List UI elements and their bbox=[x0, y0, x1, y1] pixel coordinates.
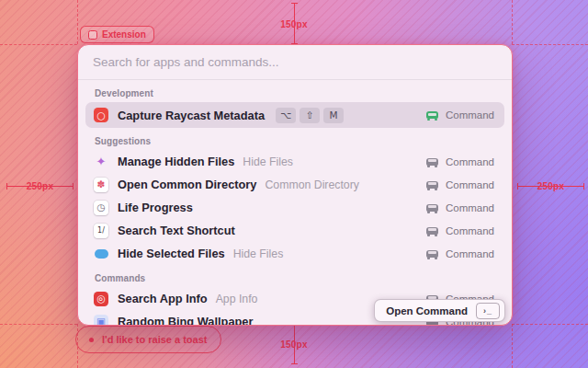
key-badge: ⇧ bbox=[300, 108, 320, 123]
command-title: Life Progress bbox=[118, 201, 193, 214]
search-input[interactable] bbox=[78, 45, 512, 79]
command-type-accessory: Command bbox=[426, 225, 496, 236]
command-type-accessory: Command bbox=[426, 248, 496, 259]
command-list: Development○Capture Raycast Metadata⌥⇧MC… bbox=[78, 80, 512, 326]
open-command-hint[interactable]: Open Command ›_ bbox=[374, 299, 505, 322]
command-subtitle: Hide Files bbox=[243, 155, 293, 168]
guide-line bbox=[0, 324, 77, 325]
guide-line bbox=[0, 44, 77, 45]
guide-line bbox=[512, 324, 513, 368]
measure-label: 150px bbox=[280, 339, 307, 350]
command-type-accessory: Command bbox=[426, 179, 496, 190]
key-badge: ⌥ bbox=[276, 108, 296, 123]
terminal-key-icon: ›_ bbox=[476, 303, 500, 319]
section-header: Suggestions bbox=[78, 128, 512, 150]
command-type-label: Command bbox=[446, 225, 494, 236]
command-title: Search Text Shortcut bbox=[118, 224, 235, 237]
manage-hidden-files-icon: ✦ bbox=[94, 155, 108, 169]
command-title: Random Bing Wallpaper bbox=[118, 315, 253, 326]
car-icon bbox=[426, 204, 438, 212]
open-command-label: Open Command bbox=[386, 305, 468, 316]
life-progress-icon: ◷ bbox=[94, 201, 108, 215]
measure-label: 250px bbox=[27, 181, 53, 191]
command-subtitle: App Info bbox=[216, 293, 258, 305]
guide-line bbox=[512, 324, 588, 325]
command-type-accessory: Command bbox=[426, 109, 496, 121]
command-type-label: Command bbox=[446, 202, 494, 213]
capture-raycast-metadata-icon: ○ bbox=[94, 108, 108, 122]
open-common-directory-icon: ✽ bbox=[94, 178, 108, 192]
checkbox-icon bbox=[88, 30, 97, 40]
command-type-label: Command bbox=[446, 109, 494, 121]
extension-chip[interactable]: Extension bbox=[80, 26, 154, 43]
extension-chip-label: Extension bbox=[102, 29, 146, 40]
random-bing-wallpaper-icon: ▣ bbox=[94, 315, 108, 327]
command-row[interactable]: 1/Search Text ShortcutCommand bbox=[85, 219, 504, 242]
shortcut-keys: ⌥⇧M bbox=[276, 108, 344, 123]
car-icon bbox=[426, 111, 438, 119]
search-text-shortcut-icon: 1/ bbox=[94, 224, 108, 238]
hide-selected-files-icon bbox=[95, 249, 108, 259]
section-header: Development bbox=[78, 80, 512, 102]
command-type-label: Command bbox=[446, 179, 494, 190]
command-title: Search App Info bbox=[118, 292, 208, 305]
command-subtitle: Common Directory bbox=[265, 178, 359, 191]
command-palette-window: Development○Capture Raycast Metadata⌥⇧MC… bbox=[77, 44, 513, 326]
command-row[interactable]: ◷Life ProgressCommand bbox=[85, 196, 504, 219]
design-canvas: 150px 150px 250px 250px Extension I'd li… bbox=[0, 0, 588, 368]
guide-line bbox=[512, 44, 588, 45]
command-row[interactable]: Hide Selected FilesHide FilesCommand bbox=[85, 242, 504, 265]
car-icon bbox=[426, 181, 438, 189]
command-type-label: Command bbox=[446, 248, 494, 259]
key-badge: M bbox=[323, 108, 344, 123]
command-type-accessory: Command bbox=[426, 202, 496, 213]
command-title: Capture Raycast Metadata bbox=[118, 109, 265, 122]
command-type-label: Command bbox=[446, 156, 494, 167]
command-row[interactable]: ○Capture Raycast Metadata⌥⇧MCommand bbox=[85, 102, 504, 128]
command-row[interactable]: ✽Open Common DirectoryCommon DirectoryCo… bbox=[85, 173, 504, 196]
command-title: Open Common Directory bbox=[118, 178, 256, 191]
measure-label: 250px bbox=[537, 181, 564, 191]
toast-chip-label: I'd like to raise a toast bbox=[102, 334, 208, 345]
command-row[interactable]: ✦Manage Hidden FilesHide FilesCommand bbox=[85, 150, 504, 173]
bullet-dot-icon bbox=[89, 338, 94, 342]
section-header: Commands bbox=[78, 265, 512, 287]
car-icon bbox=[426, 227, 438, 235]
command-title: Manage Hidden Files bbox=[118, 155, 234, 168]
command-title: Hide Selected Files bbox=[118, 247, 225, 260]
command-subtitle: Hide Files bbox=[233, 247, 284, 260]
car-icon bbox=[426, 158, 438, 166]
toast-chip[interactable]: I'd like to raise a toast bbox=[75, 326, 221, 353]
command-type-accessory: Command bbox=[426, 156, 496, 167]
car-icon bbox=[426, 250, 438, 258]
search-app-info-icon: ◎ bbox=[94, 292, 108, 306]
guide-line bbox=[512, 0, 513, 44]
guide-line bbox=[77, 0, 78, 44]
measure-label: 150px bbox=[280, 18, 307, 29]
